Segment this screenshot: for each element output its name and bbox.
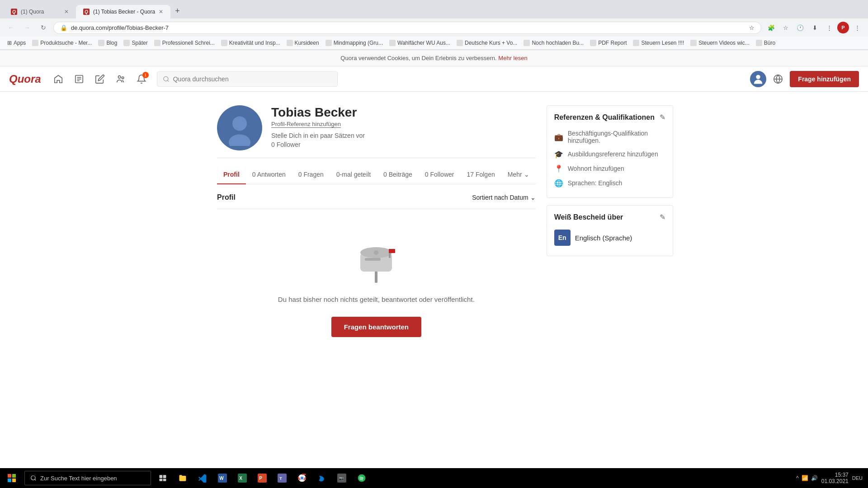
bookmark-favicon-14 — [756, 40, 762, 46]
bookmark-10[interactable]: Noch hochladen Bu... — [521, 38, 586, 47]
graduation-icon: 🎓 — [554, 150, 563, 159]
bookmark-14[interactable]: Büro — [753, 38, 778, 47]
cookie-link[interactable]: Mehr lesen — [498, 55, 527, 61]
bookmark-12[interactable]: Steuern Lesen !!!! — [630, 38, 687, 47]
references-section-header: Referenzen & Qualifikationen ✎ — [554, 113, 665, 122]
bookmark-8[interactable]: Wahlfächer WU Aus... — [387, 38, 453, 47]
profile-bio: Stelle Dich in ein paar Sätzen vor — [271, 132, 536, 139]
tab-profil[interactable]: Profil — [217, 165, 246, 184]
bookmark-label-11: PDF Report — [598, 40, 627, 46]
bookmark-favicon-9 — [457, 40, 463, 46]
bookmark-13[interactable]: Steuern Videos wic... — [688, 38, 752, 47]
tab-geteilt[interactable]: 0-mal geteilt — [330, 165, 377, 184]
sidebar-item-employment[interactable]: 💼 Beschäftigungs-Qualifikation hinzufüge… — [554, 127, 665, 147]
extensions-button[interactable]: 🧩 — [765, 21, 778, 34]
extensions2-button[interactable]: ⋮ — [823, 21, 835, 34]
star-icon[interactable]: ☆ — [749, 24, 755, 31]
education-label: Ausbildungsreferenz hinzufügen — [568, 150, 658, 158]
answer-questions-button[interactable]: Fragen beantworten — [331, 317, 421, 337]
tab-title-2: (1) Tobias Becker - Quora — [93, 9, 155, 15]
profile-left: Tobias Becker Profil-Referenz hinzufügen… — [217, 105, 536, 364]
bookmark-apps[interactable]: ⊞ Apps — [5, 38, 28, 47]
knows-about-title: Weiß Bescheid über — [554, 213, 623, 221]
profile-info: Tobias Becker Profil-Referenz hinzufügen… — [271, 105, 536, 148]
bookmark-11[interactable]: PDF Report — [587, 38, 629, 47]
bookmark-6[interactable]: Kursideen — [284, 38, 322, 47]
bookmark-label-1: Produktsuche - Mer... — [40, 40, 92, 46]
forward-button[interactable]: → — [21, 21, 33, 34]
tab-fragen[interactable]: 0 Fragen — [292, 165, 330, 184]
tab-quora-2[interactable]: Q (1) Tobias Becker - Quora ✕ — [76, 5, 170, 19]
tab-mehr[interactable]: Mehr ⌄ — [501, 165, 536, 184]
bookmark-4[interactable]: Professionell Schrei... — [151, 38, 217, 47]
write-button[interactable] — [90, 69, 110, 89]
bookmark-label-6: Kursideen — [295, 40, 319, 46]
svg-point-6 — [164, 76, 168, 81]
tab-quora-1[interactable]: Q (1) Quora ✕ — [4, 5, 76, 19]
tab-bar: Q (1) Quora ✕ Q (1) Tobias Becker - Quor… — [0, 0, 868, 19]
tab-close-1[interactable]: ✕ — [64, 9, 69, 15]
svg-rect-19 — [365, 258, 381, 261]
bookmark-label-14: Büro — [764, 40, 775, 46]
knows-about-edit-icon[interactable]: ✎ — [660, 213, 665, 221]
profile-avatar[interactable] — [217, 105, 262, 150]
employment-label: Beschäftigungs-Qualifikation hinzufügen. — [568, 130, 665, 144]
sidebar-item-education[interactable]: 🎓 Ausbildungsreferenz hinzufügen — [554, 147, 665, 161]
address-bar-row: ← → ↻ 🔒 de.quora.com/profile/Tobias-Beck… — [0, 19, 868, 37]
notifications-button[interactable]: 1 — [132, 69, 151, 89]
cookie-notice: Quora verwendet Cookies, um Dein Erlebni… — [0, 50, 868, 66]
downloads-button[interactable]: ⬇ — [808, 21, 821, 34]
bookmark-7[interactable]: Mindmapping (Gru... — [323, 38, 386, 47]
answers-button[interactable] — [69, 69, 89, 89]
reload-button[interactable]: ↻ — [37, 21, 50, 34]
bookmark-favicon-12 — [633, 40, 639, 46]
bookmark-1[interactable]: Produktsuche - Mer... — [29, 38, 94, 47]
address-text: de.quora.com/profile/Tobias-Becker-7 — [71, 24, 745, 31]
empty-text: Du hast bisher noch nichts geteilt, bean… — [278, 296, 475, 303]
svg-point-8 — [756, 75, 760, 79]
tab-folgen[interactable]: 17 Folgen — [460, 165, 501, 184]
address-bar[interactable]: 🔒 de.quora.com/profile/Tobias-Becker-7 ☆ — [53, 22, 761, 34]
back-button[interactable]: ← — [5, 21, 17, 34]
knows-about-section-header: Weiß Bescheid über ✎ — [554, 213, 665, 221]
svg-point-12 — [232, 116, 247, 131]
history-button[interactable]: 🕐 — [794, 21, 807, 34]
tab-close-2[interactable]: ✕ — [159, 9, 163, 15]
references-edit-icon[interactable]: ✎ — [660, 113, 665, 122]
sidebar-item-language: 🌐 Sprachen: Englisch — [554, 176, 665, 190]
bookmark-button[interactable]: ☆ — [779, 21, 792, 34]
quora-header: Quora 1 Frage hinzufügen — [0, 66, 868, 92]
tab-antworten[interactable]: 0 Antworten — [246, 165, 292, 184]
user-avatar[interactable] — [750, 71, 766, 87]
bookmark-5[interactable]: Kreativität und Insp... — [218, 38, 283, 47]
bookmark-3[interactable]: Später — [121, 38, 150, 47]
profile-reference-link[interactable]: Profil-Referenz hinzufügen — [271, 121, 341, 128]
sort-button[interactable]: Sortiert nach Datum ⌄ — [472, 194, 536, 201]
bookmark-label-apps: Apps — [14, 40, 26, 46]
search-bar[interactable] — [157, 71, 338, 87]
header-right: Frage hinzufügen — [750, 71, 859, 87]
community-button[interactable] — [111, 69, 131, 89]
tab-follower[interactable]: 0 Follower — [419, 165, 461, 184]
bookmark-favicon-13 — [690, 40, 697, 46]
sidebar-item-location[interactable]: 📍 Wohnort hinzufügen — [554, 161, 665, 176]
svg-point-4 — [118, 75, 121, 78]
svg-rect-18 — [389, 249, 395, 253]
bookmark-9[interactable]: Deutsche Kurs + Vo... — [454, 38, 520, 47]
new-tab-button[interactable]: + — [170, 4, 184, 19]
add-question-button[interactable]: Frage hinzufügen — [790, 71, 859, 87]
search-input[interactable] — [173, 75, 332, 83]
home-button[interactable] — [48, 69, 68, 89]
language-button[interactable] — [770, 71, 786, 87]
browser-profile[interactable]: P — [837, 22, 849, 33]
bookmark-favicon-10 — [524, 40, 530, 46]
quora-logo[interactable]: Quora — [9, 73, 41, 85]
knows-about-item-english[interactable]: En Englisch (Sprache) — [554, 227, 665, 249]
tab-beitraege[interactable]: 0 Beiträge — [377, 165, 419, 184]
header-nav: 1 — [48, 69, 151, 89]
menu-button[interactable]: ⋮ — [851, 21, 863, 34]
profile-tabs: Profil 0 Antworten 0 Fragen 0-mal geteil… — [217, 165, 536, 184]
location-icon: 📍 — [554, 164, 563, 173]
bookmark-2[interactable]: Blog — [95, 38, 120, 47]
knows-about-section: Weiß Bescheid über ✎ En Englisch (Sprach… — [547, 205, 673, 256]
